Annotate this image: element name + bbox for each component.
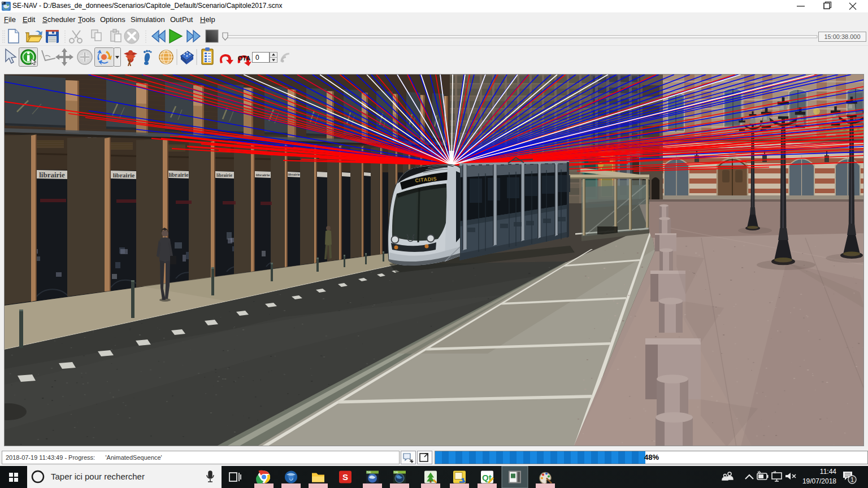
svg-text:librairie: librairie — [39, 171, 65, 179]
svg-text:OTA: OTA — [238, 55, 250, 62]
svg-text:librairie: librairie — [288, 173, 300, 176]
svg-text:librairie: librairie — [216, 173, 232, 178]
svg-text:S: S — [342, 472, 348, 482]
svg-text:1: 1 — [850, 477, 854, 483]
svg-text:SE: SE — [367, 470, 371, 474]
svg-text:0: 0 — [255, 54, 259, 62]
svg-text:SE: SE — [394, 470, 398, 474]
svg-text:librairie: librairie — [169, 172, 189, 178]
svg-text:librairie: librairie — [256, 173, 270, 177]
svg-text:librairie: librairie — [113, 172, 135, 178]
